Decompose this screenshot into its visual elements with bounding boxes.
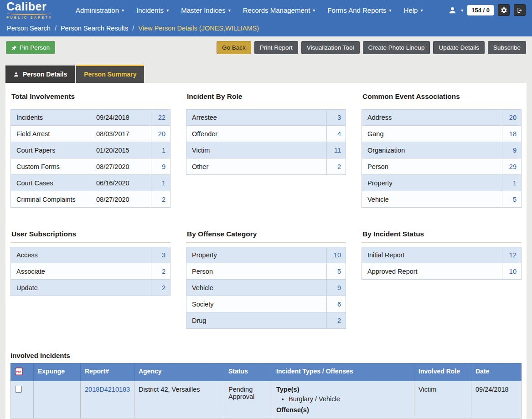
count-link[interactable]: 2	[151, 280, 170, 296]
row-label: Vehicle	[362, 191, 502, 207]
count-link[interactable]: 2	[326, 312, 346, 328]
print-report-button[interactable]: Print Report	[254, 41, 298, 54]
row-label: Offender	[186, 126, 326, 142]
pdf-icon[interactable]: PDF	[15, 368, 23, 375]
chevron-down-icon: ▾	[228, 8, 231, 13]
count-link[interactable]: 2	[326, 158, 346, 174]
summary-row: Person5	[186, 263, 346, 280]
count-link[interactable]: 22	[151, 110, 170, 125]
row-label: Person	[362, 158, 502, 174]
role-cell: Victim	[414, 381, 471, 419]
breadcrumb-separator: /	[132, 25, 134, 32]
count-link[interactable]: 20	[502, 110, 521, 125]
tab-label: Person Summary	[84, 71, 136, 78]
count-link[interactable]: 11	[326, 142, 346, 158]
row-label: Property	[362, 175, 502, 191]
menu-label: Incidents	[136, 6, 164, 14]
chevron-down-icon: ▾	[122, 8, 124, 13]
action-toolbar: Pin Person Go Back Print Report Visualiz…	[0, 36, 532, 54]
create-photo-lineup-button[interactable]: Create Photo Lineup	[363, 41, 430, 54]
type-item: Burglary / Vehicle	[289, 395, 410, 403]
settings-button[interactable]	[498, 4, 510, 16]
count-link[interactable]: 4	[326, 126, 346, 142]
row-label: Victim	[186, 142, 326, 158]
main-menu: Administration▾ Incidents▾ Master Indice…	[76, 6, 423, 14]
chevron-down-icon: ▾	[420, 8, 423, 13]
menu-incidents[interactable]: Incidents▾	[136, 6, 169, 14]
count-link[interactable]: 1	[502, 175, 521, 191]
count-link[interactable]: 12	[502, 247, 521, 263]
menu-help[interactable]: Help▾	[404, 6, 423, 14]
row-label: Person	[186, 263, 326, 279]
count-link[interactable]: 2	[151, 263, 170, 279]
person-summary-panel: Total Involvements Incidents09/24/201822…	[5, 83, 527, 419]
count-link[interactable]: 5	[502, 191, 521, 207]
count-link[interactable]: 18	[502, 126, 521, 142]
person-icon	[13, 72, 19, 77]
row-label: Other	[186, 158, 326, 174]
count-link[interactable]: 2	[151, 191, 170, 207]
person-tabs: Person Details Person Summary	[5, 65, 527, 83]
summary-row: Arrestee3	[186, 109, 346, 126]
go-back-button[interactable]: Go Back	[217, 41, 251, 54]
summary-grid: Total Involvements Incidents09/24/201822…	[10, 89, 522, 329]
tab-person-summary[interactable]: Person Summary	[76, 65, 144, 83]
menu-label: Records Management	[243, 6, 310, 14]
summary-table: Incidents09/24/201822 Field Arrest08/03/…	[10, 109, 170, 208]
pdf-export-header: PDF	[11, 363, 34, 381]
summary-row: Offender4	[186, 126, 346, 142]
user-menu-chevron-icon[interactable]: ▾	[461, 8, 463, 13]
row-label: Field Arrest	[11, 126, 96, 142]
menu-label: Master Indices	[181, 6, 226, 14]
count-link[interactable]: 10	[326, 247, 346, 263]
session-count-badge[interactable]: 154 / 0	[467, 5, 494, 15]
count-link[interactable]: 5	[326, 263, 346, 279]
breadcrumb-current-page: View Person Details (JONES,WILLIAMS)	[138, 25, 259, 32]
count-link[interactable]: 29	[502, 158, 521, 174]
menu-master-indices[interactable]: Master Indices▾	[181, 6, 231, 14]
caliber-logo[interactable]: Caliber PUBLIC SAFETY	[6, 1, 64, 20]
count-link[interactable]: 10	[502, 263, 521, 279]
summary-row: Access3	[10, 247, 170, 263]
breadcrumb-person-search-results[interactable]: Person Search Results	[61, 25, 128, 32]
row-label: Court Cases	[11, 175, 96, 191]
count-link[interactable]: 9	[502, 142, 521, 158]
menu-records-management[interactable]: Records Management▾	[243, 6, 315, 14]
count-link[interactable]: 1	[151, 142, 170, 158]
breadcrumb-person-search[interactable]: Person Search	[7, 25, 51, 32]
update-details-button[interactable]: Update Details	[433, 41, 485, 54]
summary-row: Victim11	[186, 142, 346, 158]
row-date: 08/27/2020	[96, 158, 151, 174]
summary-row: Initial Report12	[362, 247, 522, 263]
subscribe-button[interactable]: Subscribe	[488, 41, 526, 54]
header-incident-types: Incident Types / Offenses	[272, 363, 414, 381]
summary-row: Update2	[10, 280, 170, 296]
row-label: Access	[11, 247, 151, 263]
menu-administration[interactable]: Administration▾	[76, 6, 124, 14]
involved-incidents-table: PDF Expunge Report# Agency Status Incide…	[10, 363, 522, 419]
summary-table: Initial Report12 Approved Report10	[362, 247, 522, 280]
breadcrumb: Person Search / Person Search Results / …	[0, 20, 532, 36]
count-link[interactable]: 3	[326, 110, 346, 125]
visualization-tool-button[interactable]: Visualization Tool	[301, 41, 360, 54]
breadcrumb-separator: /	[55, 25, 57, 32]
menu-forms-and-reports[interactable]: Forms And Reports▾	[327, 6, 391, 14]
date-cell: 09/24/2018	[471, 381, 522, 419]
count-link[interactable]: 9	[151, 158, 170, 174]
logout-button[interactable]	[514, 4, 526, 16]
tab-label: Person Details	[23, 71, 67, 78]
row-select-checkbox[interactable]	[15, 386, 22, 393]
count-link[interactable]: 6	[326, 296, 346, 312]
row-date: 06/16/2020	[96, 175, 151, 191]
agency-cell: District 42, Versailles	[134, 381, 224, 419]
tab-person-details[interactable]: Person Details	[5, 65, 75, 83]
pin-person-button[interactable]: Pin Person	[6, 41, 55, 54]
count-link[interactable]: 9	[326, 280, 346, 296]
count-link[interactable]: 20	[151, 126, 170, 142]
count-link[interactable]: 3	[151, 247, 170, 263]
report-number-link[interactable]: 2018D4210183	[85, 386, 130, 393]
user-icon[interactable]	[448, 6, 457, 15]
count-link[interactable]: 1	[151, 175, 170, 191]
chevron-down-icon: ▾	[166, 8, 169, 13]
chevron-down-icon: ▾	[389, 8, 392, 13]
